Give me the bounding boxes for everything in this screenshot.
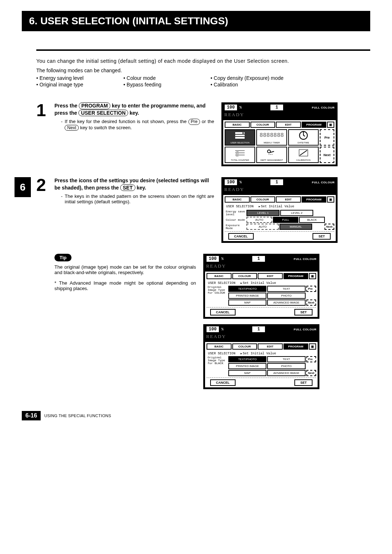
cancel-button[interactable]: CANCEL	[210, 309, 236, 315]
next-nav[interactable]: Next	[306, 300, 316, 306]
text: key.	[128, 110, 139, 116]
tab-basic[interactable]: BASIC	[207, 343, 232, 350]
set-button[interactable]: SET	[294, 379, 313, 386]
pre-key: Pre	[188, 119, 200, 125]
option-textphoto[interactable]: TEXT/PHOTO	[228, 356, 266, 362]
option-printed[interactable]: PRINTED IMAGE	[228, 293, 266, 299]
icon-date-time[interactable]: DATE/TIME	[288, 129, 319, 146]
set-button[interactable]: SET	[294, 309, 313, 315]
tab-program[interactable]: PROGRAM	[283, 343, 309, 350]
next-nav[interactable]: Next	[320, 147, 334, 163]
option-printed[interactable]: PRINTED IMAGE	[228, 363, 266, 369]
scale-display: 100	[206, 256, 219, 262]
step-number: 1	[36, 102, 47, 166]
option-manual[interactable]: MANUAL	[279, 224, 312, 230]
set-key: SET	[120, 184, 135, 191]
next-nav[interactable]: Next	[324, 224, 334, 230]
mode-item: • Calibration	[211, 81, 283, 88]
option-full[interactable]: FULL	[273, 217, 299, 223]
option-textphoto[interactable]: TEXT/PHOTO	[228, 286, 266, 292]
selection-title: USER SELECTION	[226, 205, 254, 208]
section-tab: 6	[15, 177, 31, 197]
icon-weekly-timer[interactable]: 8888888 WEEKLY TIMER	[256, 129, 287, 146]
icon-total-counter[interactable]: 256013082 TOTAL COUNTER	[225, 147, 255, 163]
svg-text:***: ***	[268, 154, 273, 156]
segment-icon: 8888888	[266, 131, 277, 140]
option-photo[interactable]: PHOTO	[267, 363, 305, 369]
tab-extra[interactable]: ▦	[309, 273, 316, 279]
tab-edit[interactable]: EDIT	[276, 122, 301, 128]
pre-nav[interactable]: Pre	[306, 286, 316, 292]
tab-extra[interactable]: ▦	[327, 122, 334, 128]
option-auto[interactable]: AUTO	[246, 224, 279, 230]
option-advanced[interactable]: ADVANCED IMAGE	[267, 370, 305, 376]
qty-display: 1	[252, 326, 265, 333]
tip-badge: Tip	[54, 254, 72, 261]
icon-dept-management[interactable]: *** DEPT. MANAGEMENT	[256, 147, 287, 163]
intro-para: You can change the initial setting (defa…	[36, 58, 370, 64]
step-note: - The keys in the shaded pattern on the …	[61, 194, 214, 204]
tab-basic[interactable]: BASIC	[207, 273, 232, 279]
tip-section: Tip The original (image type) mode can b…	[36, 254, 370, 389]
cancel-button[interactable]: CANCEL	[228, 233, 254, 240]
scale-display: 100	[224, 104, 237, 111]
screen-image-type-black: 100 % 1 FULL COLOUR READY BASIC COLOUR E…	[203, 324, 319, 389]
text: key.	[135, 185, 146, 191]
step-heading: Press the PROGRAM key to enter the progr…	[54, 102, 214, 117]
row-label: Original Image Type for COLOUR	[207, 286, 228, 306]
option-text[interactable]: TEXT	[267, 356, 305, 362]
option-level2[interactable]: LEVEL 2	[280, 210, 313, 216]
key-icon: ***	[266, 148, 277, 157]
tab-colour[interactable]: COLOUR	[250, 122, 275, 128]
next-nav[interactable]: Next	[306, 370, 316, 376]
label: TOTAL COUNTER	[231, 159, 249, 161]
pct: %	[221, 257, 224, 261]
pre-nav[interactable]: Pre	[306, 356, 316, 362]
tab-extra[interactable]: ▦	[309, 343, 316, 350]
tab-colour[interactable]: COLOUR	[250, 196, 275, 203]
tab-colour[interactable]: COLOUR	[232, 273, 257, 279]
option-advanced[interactable]: ADVANCED IMAGE	[267, 300, 305, 306]
step-note: - If the key for the desired function is…	[61, 119, 214, 131]
svg-text:256: 256	[236, 151, 239, 152]
tab-program[interactable]: PROGRAM	[302, 196, 327, 203]
option-level1[interactable]: LEVEL 1	[246, 210, 279, 216]
icon-calibration[interactable]: CALIBRATION	[288, 147, 319, 163]
ready-label: READY	[204, 334, 319, 341]
option-black[interactable]: BLACK	[299, 217, 325, 223]
tab-extra[interactable]: ▦	[327, 196, 334, 203]
svg-line-6	[303, 135, 305, 136]
scale-display: 100	[206, 326, 219, 333]
set-button[interactable]: SET	[313, 233, 331, 240]
row-label: Original Image Type for BLACK	[207, 356, 228, 376]
text: If the key for the desired function is n…	[65, 119, 188, 124]
option-map[interactable]: MAP	[228, 300, 266, 306]
header-band: 6. USER SELECTION (INITIAL SETTINGS)	[22, 11, 370, 31]
label: DEPT. MANAGEMENT	[261, 159, 283, 161]
tab-basic[interactable]: BASIC	[225, 196, 250, 203]
intro-modes-heading: The following modes can be changed.	[36, 68, 370, 73]
text: Press the	[54, 103, 79, 109]
tab-edit[interactable]: EDIT	[258, 343, 283, 350]
user-selection-key: USER SELECTION	[78, 110, 128, 117]
row-label: Exposure Mode	[225, 224, 246, 230]
tab-basic[interactable]: BASIC	[225, 122, 250, 128]
counter-icon: 256013082	[234, 148, 245, 157]
pre-nav[interactable]: Pre	[320, 129, 334, 146]
cancel-button[interactable]: CANCEL	[210, 379, 236, 386]
option-auto[interactable]: AUTO	[246, 217, 272, 223]
option-photo[interactable]: PHOTO	[267, 293, 305, 299]
tab-edit[interactable]: EDIT	[276, 196, 301, 203]
breadcrumb: Set Initial Value	[241, 352, 276, 355]
tab-edit[interactable]: EDIT	[258, 273, 283, 279]
tab-colour[interactable]: COLOUR	[232, 343, 257, 350]
scale-display: 100	[224, 179, 237, 186]
tab-program[interactable]: PROGRAM	[302, 122, 327, 128]
mode-item: • Original image type	[36, 81, 123, 88]
icon-user-selection[interactable]: USER SELECTION	[225, 129, 255, 146]
mode-item: • Bypass feeding	[123, 81, 211, 88]
tab-program[interactable]: PROGRAM	[283, 273, 309, 279]
option-text[interactable]: TEXT	[267, 286, 305, 292]
option-map[interactable]: MAP	[228, 370, 266, 376]
screen-program-menu: 100 % 1 FULL COLOUR READY BASIC COLOUR E…	[221, 102, 338, 166]
